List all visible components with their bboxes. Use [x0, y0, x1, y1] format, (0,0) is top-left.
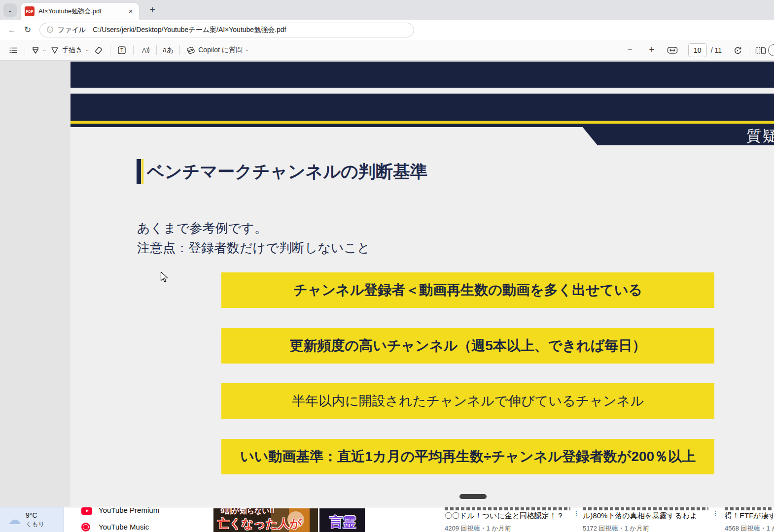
zoom-in-button[interactable]: + — [644, 43, 659, 58]
corner-banner: 質疑 — [580, 124, 774, 145]
weather-temperature: 9°C — [26, 511, 44, 519]
pdf-toolbar: ⌄ 手描き ⌄ T A aあ Copilot に質問 ⌄ — [0, 40, 774, 61]
title-marker-yellow — [141, 159, 143, 184]
chevron-down-icon: ⌄ — [85, 48, 89, 52]
video-title[interactable]: 〇〇ドル！ついに金と同格認定！？ — [445, 511, 564, 521]
highlighter-button[interactable]: ⌄ — [29, 43, 48, 58]
more-options-icon[interactable]: ⋮ — [573, 509, 580, 517]
slide-title: ベンチマークチャンネルの判断基準 — [147, 159, 427, 184]
back-button[interactable]: ← — [5, 23, 19, 37]
page-view-button[interactable] — [753, 43, 768, 58]
toolbar-divider — [749, 45, 749, 55]
cloud-icon: ☁ — [8, 513, 21, 526]
read-aloud-button[interactable]: A — [138, 43, 152, 58]
weather-condition: くもり — [26, 520, 44, 529]
search-icon[interactable] — [768, 44, 774, 56]
corner-banner-label: 質疑 — [746, 126, 774, 146]
page-view-icon — [755, 46, 766, 55]
toolbar-divider — [133, 45, 134, 55]
note-line: あくまで参考例です。 — [137, 218, 370, 238]
toolbar-divider — [726, 45, 726, 55]
tab-search-button[interactable]: ⌄ — [3, 3, 17, 17]
new-tab-button[interactable]: + — [146, 3, 159, 16]
video-title[interactable]: ル)80%下落の真相を暴露するわよ — [583, 511, 697, 521]
translate-button[interactable]: aあ — [161, 43, 176, 58]
thumbnail-caption: 9割が知らない!! — [220, 508, 275, 516]
svg-text:A: A — [142, 47, 146, 54]
video-meta: 5172 回視聴・1 か月前 — [583, 524, 649, 532]
criteria-box: 更新頻度の高いチャンネル（週5本以上、できれば毎日） — [221, 328, 714, 364]
sidebar-item-youtube-music[interactable]: YouTube Music — [99, 523, 149, 531]
draw-button-label: 手描き — [62, 46, 82, 55]
chevron-down-icon: ⌄ — [245, 48, 249, 52]
translate-icon: aあ — [163, 46, 174, 55]
thumbnail-caption: 亡くなった人が — [217, 516, 302, 532]
refresh-button[interactable]: ↻ — [21, 23, 35, 37]
toolbar-divider — [179, 45, 180, 55]
clipped-title-line — [445, 507, 570, 510]
slide-header-band-top — [70, 62, 774, 88]
video-meta: 4209 回視聴・1 か月前 — [445, 524, 511, 532]
eraser-button[interactable] — [91, 43, 106, 58]
address-scheme-label: ファイル — [58, 26, 86, 34]
address-field[interactable]: ⓘ ファイル C:/Users/jerki/Desktop/Youtubeチーム… — [39, 23, 414, 37]
mouse-cursor — [160, 271, 171, 283]
chevron-down-icon: ⌄ — [7, 6, 13, 14]
slide-title-row: ベンチマークチャンネルの判断基準 — [137, 159, 427, 184]
clipped-title-line — [725, 507, 772, 510]
scroll-indicator-pill[interactable] — [459, 494, 487, 499]
video-thumbnail[interactable]: 9割が知らない!! 亡くなった人が — [213, 508, 318, 532]
page-info-icon[interactable]: ⓘ — [47, 26, 53, 34]
youtube-premium-icon — [81, 507, 92, 515]
copilot-button-label: Copilot に質問 — [198, 46, 243, 55]
slide-page: 質疑 ベンチマークチャンネルの判断基準 あくまで参考例です。 注意点：登録者数だ… — [70, 61, 774, 507]
page-total-label: / 11 — [711, 46, 722, 54]
toolbar-divider — [684, 45, 684, 55]
zoom-out-button[interactable]: − — [623, 43, 637, 58]
rotate-icon — [733, 46, 742, 55]
highlighter-pen-icon — [31, 46, 40, 55]
criteria-box: チャンネル登録者＜動画再生数の動画を多く出せている — [221, 272, 714, 308]
table-of-contents-button[interactable] — [6, 43, 21, 58]
eraser-icon — [94, 46, 103, 55]
svg-text:T: T — [120, 48, 123, 53]
fit-to-width-button[interactable] — [665, 43, 680, 58]
criteria-box: いい動画基準：直近1カ月の平均再生数÷チャンネル登録者数が200％以上 — [221, 439, 714, 474]
tab-title: AI×Youtube勉強会.pdf — [38, 7, 126, 16]
table-of-contents-icon — [9, 46, 18, 55]
fit-to-width-icon — [667, 46, 678, 54]
sidebar-item-youtube-premium[interactable]: YouTube Premium — [99, 507, 159, 514]
tab-bar: ⌄ PDF AI×Youtube勉強会.pdf ✕ + — [0, 0, 774, 20]
rotate-button[interactable] — [730, 43, 745, 58]
copilot-button[interactable]: Copilot に質問 ⌄ — [184, 43, 251, 58]
note-line: 注意点：登録者数だけで判断しないこと — [137, 238, 370, 258]
tab-close-button[interactable]: ✕ — [126, 7, 135, 16]
text-box-icon: T — [117, 46, 126, 55]
chevron-down-icon: ⌄ — [42, 48, 46, 52]
clipped-title-line — [583, 507, 708, 510]
youtube-window-strip: YouTube Premium YouTube Music 9割が知らない!! … — [64, 507, 774, 532]
criteria-box: 半年以内に開設されたチャンネルで伸びているチャンネル — [221, 383, 714, 419]
more-options-icon[interactable]: ⋮ — [712, 509, 719, 517]
toolbar-divider — [110, 45, 110, 55]
title-marker-navy — [137, 159, 141, 184]
thumbnail-caption: 言霊 — [329, 513, 356, 531]
draw-pen-icon — [50, 46, 59, 55]
bottom-strip: ☁ 9°C くもり YouTube Premium YouTube Music … — [0, 507, 774, 532]
slide-header-band-bottom — [70, 94, 774, 121]
video-meta: 4568 回視聴・1 か — [725, 524, 774, 532]
youtube-music-icon — [81, 523, 90, 532]
slide-notes: あくまで参考例です。 注意点：登録者数だけで判断しないこと — [137, 218, 370, 258]
video-thumbnail[interactable]: 言霊 — [319, 508, 365, 532]
toolbar-divider — [25, 45, 25, 55]
pdf-viewer[interactable]: 質疑 ベンチマークチャンネルの判断基準 あくまで参考例です。 注意点：登録者数だ… — [0, 61, 774, 507]
add-text-button[interactable]: T — [114, 43, 129, 58]
page-number-input[interactable] — [688, 43, 707, 57]
taskbar-weather-widget[interactable]: ☁ 9°C くもり — [0, 507, 64, 532]
pdf-file-icon: PDF — [25, 6, 35, 16]
toolbar-divider — [156, 45, 157, 55]
draw-button[interactable]: 手描き ⌄ — [48, 43, 91, 58]
video-title[interactable]: 得！ETFが凄す — [725, 511, 774, 521]
address-url: C:/Users/jerki/Desktop/Youtubeチーム案/AI×Yo… — [93, 26, 286, 34]
active-tab[interactable]: PDF AI×Youtube勉強会.pdf ✕ — [21, 3, 139, 20]
